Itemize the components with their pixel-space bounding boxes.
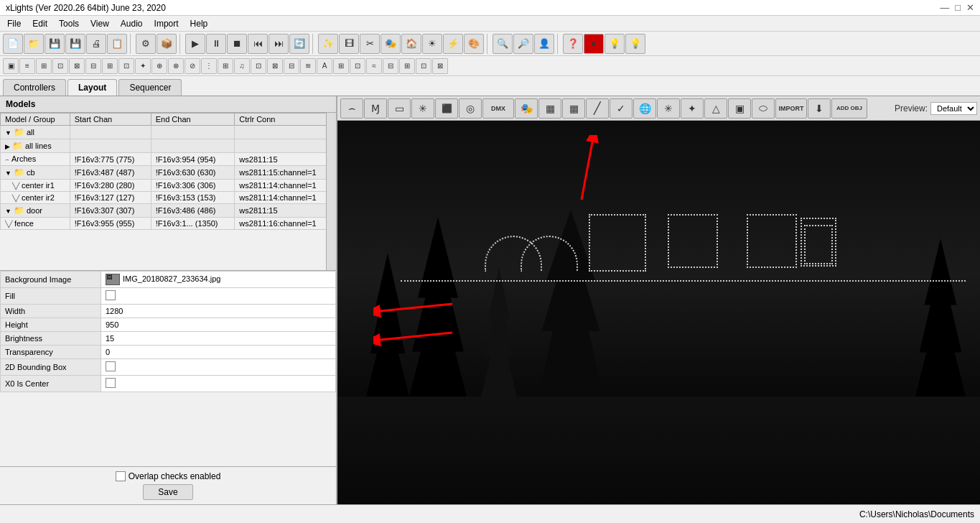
lt-square-btn[interactable]: ▣ <box>728 98 751 119</box>
model-row-6[interactable]: ▼📁door!F16v3:307 (307)!F16v3:486 (486)ws… <box>1 204 336 218</box>
search2-btn[interactable]: 🔎 <box>513 34 533 54</box>
red-btn[interactable]: ● <box>584 34 604 54</box>
canvas-area[interactable] <box>337 121 980 504</box>
prev-btn[interactable]: ⏮ <box>248 34 268 54</box>
col-ctrlr[interactable]: Ctrlr Conn <box>235 114 336 126</box>
lt-line-btn[interactable]: ╱ <box>586 98 609 119</box>
model-row-0[interactable]: ▼📁all <box>1 126 336 139</box>
col-end[interactable]: End Chan <box>151 114 235 126</box>
tb2-btn-27[interactable]: ⊠ <box>432 58 448 74</box>
tb2-btn-8[interactable]: ⊡ <box>118 58 134 74</box>
save-as-btn[interactable]: 💾 <box>65 34 85 54</box>
lt-star2-btn[interactable]: ⬛ <box>435 98 458 119</box>
tb2-btn-24[interactable]: ⊟ <box>383 58 398 74</box>
tb2-btn-1[interactable]: ▣ <box>3 58 19 74</box>
prop-value-0[interactable]: 🖼IMG_20180827_233634.jpg <box>101 272 336 288</box>
fx6-btn[interactable]: ☀ <box>422 34 442 54</box>
unpackage-btn[interactable]: 📦 <box>157 34 177 54</box>
menu-view[interactable]: View <box>86 17 113 30</box>
save-file-btn[interactable]: 💾 <box>45 34 65 54</box>
tb2-btn-15[interactable]: ♫ <box>234 58 250 74</box>
fx8-btn[interactable]: 🎨 <box>464 34 484 54</box>
lt-rect-btn[interactable]: ▭ <box>388 98 411 119</box>
play-btn[interactable]: ▶ <box>185 34 205 54</box>
tb2-btn-4[interactable]: ⊡ <box>52 58 68 74</box>
help-btn[interactable]: ❓ <box>563 34 583 54</box>
tb2-btn-26[interactable]: ⊡ <box>416 58 431 74</box>
lt-tree-btn[interactable]: △ <box>704 98 727 119</box>
lt-import-btn[interactable]: IMPORT <box>775 98 807 119</box>
tb2-btn-23[interactable]: ≈ <box>366 58 382 74</box>
print-btn[interactable]: 🖨 <box>86 34 106 54</box>
tb2-btn-13[interactable]: ⋮ <box>201 58 217 74</box>
tab-layout[interactable]: Layout <box>67 79 117 96</box>
clipboard-btn[interactable]: 📋 <box>107 34 127 54</box>
lt-oval-btn[interactable]: ⬭ <box>752 98 775 119</box>
lt-face-btn[interactable]: 🎭 <box>515 98 538 119</box>
tb2-btn-17[interactable]: ⊠ <box>267 58 283 74</box>
tb2-btn-18[interactable]: ⊟ <box>284 58 299 74</box>
fx2-btn[interactable]: 🎞 <box>339 34 359 54</box>
tb2-btn-3[interactable]: ⊞ <box>36 58 52 74</box>
tab-controllers[interactable]: Controllers <box>3 79 66 96</box>
search-btn[interactable]: 🔍 <box>493 34 513 54</box>
tb2-btn-21[interactable]: ⊞ <box>333 58 349 74</box>
tb2-btn-10[interactable]: ⊕ <box>151 58 167 74</box>
loop-btn[interactable]: 🔄 <box>289 34 309 54</box>
light2-btn[interactable]: 💡 <box>625 34 645 54</box>
model-row-2[interactable]: ⌢Arches!F16v3:775 (775)!F16v3:954 (954)w… <box>1 153 336 166</box>
model-row-7[interactable]: ╲╱fence!F16v3:955 (955)!F16v3:1... (1350… <box>1 218 336 230</box>
prop-value-3[interactable]: 950 <box>101 318 336 332</box>
lt-circle-btn[interactable]: ◎ <box>459 98 482 119</box>
prop-checkbox-7[interactable] <box>106 378 116 388</box>
next-btn[interactable]: ⏭ <box>269 34 289 54</box>
fx1-btn[interactable]: ✨ <box>318 34 338 54</box>
package-btn[interactable]: ⚙ <box>136 34 156 54</box>
save-button[interactable]: Save <box>143 484 192 500</box>
menu-edit[interactable]: Edit <box>28 17 52 30</box>
maximize-btn[interactable]: □ <box>955 2 961 13</box>
pause-btn[interactable]: ⏸ <box>206 34 226 54</box>
menu-audio[interactable]: Audio <box>116 17 147 30</box>
lt-check-btn[interactable]: ✓ <box>610 98 633 119</box>
tb2-btn-19[interactable]: ≋ <box>300 58 316 74</box>
minimize-btn[interactable]: — <box>940 2 949 13</box>
tb2-btn-12[interactable]: ⊘ <box>185 58 200 74</box>
model-row-3[interactable]: ▼📁cb!F16v3:487 (487)!F16v3:630 (630)ws28… <box>1 166 336 180</box>
lt-cane-btn[interactable]: Ɱ <box>364 98 387 119</box>
menu-help[interactable]: Help <box>186 17 213 30</box>
model-row-5[interactable]: ╲╱center ir2!F16v3:127 (127)!F16v3:153 (… <box>1 192 336 204</box>
prop-checkbox-1[interactable] <box>106 290 116 300</box>
model-row-4[interactable]: ╲╱center ir1!F16v3:280 (280)!F16v3:306 (… <box>1 180 336 192</box>
lt-snowflake-btn[interactable]: ✦ <box>681 98 704 119</box>
lt-download-btn[interactable]: ⬇ <box>808 98 831 119</box>
tb2-btn-25[interactable]: ⊞ <box>399 58 415 74</box>
menu-file[interactable]: File <box>3 17 25 30</box>
tb2-btn-20[interactable]: A <box>317 58 332 74</box>
open-btn[interactable]: 📁 <box>24 34 44 54</box>
menu-tools[interactable]: Tools <box>55 17 83 30</box>
user-btn[interactable]: 👤 <box>534 34 554 54</box>
tb2-btn-5[interactable]: ⊠ <box>69 58 85 74</box>
fx4-btn[interactable]: 🎭 <box>381 34 401 54</box>
stop-btn[interactable]: ⏹ <box>227 34 247 54</box>
light1-btn[interactable]: 💡 <box>605 34 625 54</box>
fx3-btn[interactable]: ✂ <box>360 34 380 54</box>
preview-select[interactable]: Default <box>930 102 977 115</box>
tb2-btn-6[interactable]: ⊟ <box>85 58 101 74</box>
fx7-btn[interactable]: ⚡ <box>443 34 463 54</box>
prop-value-2[interactable]: 1280 <box>101 305 336 318</box>
model-row-1[interactable]: ▶📁all lines <box>1 139 336 153</box>
prop-checkbox-6[interactable] <box>106 361 116 371</box>
prop-value-5[interactable]: 0 <box>101 346 336 359</box>
tb2-btn-11[interactable]: ⊗ <box>168 58 184 74</box>
tb2-btn-9[interactable]: ✦ <box>135 58 151 74</box>
new-btn[interactable]: 📄 <box>3 34 23 54</box>
lt-arch-btn[interactable]: ⌢ <box>340 98 363 119</box>
lt-globe-btn[interactable]: 🌐 <box>633 98 656 119</box>
fx5-btn[interactable]: 🏠 <box>401 34 421 54</box>
lt-star1-btn[interactable]: ✳ <box>411 98 434 119</box>
lt-addobj-btn[interactable]: ADD OBJ <box>831 98 867 119</box>
col-model[interactable]: Model / Group <box>1 114 70 126</box>
tb2-btn-2[interactable]: ≡ <box>19 58 35 74</box>
